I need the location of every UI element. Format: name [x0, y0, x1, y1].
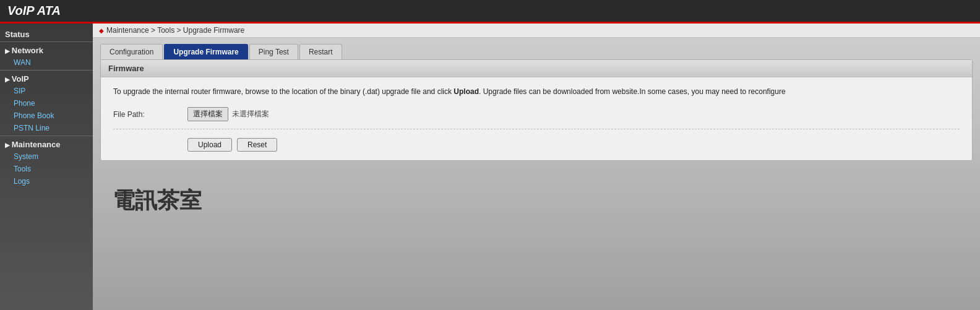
firmware-description: To upgrade the internal router firmware,…	[113, 86, 960, 97]
sidebar-item-wan[interactable]: WAN	[0, 56, 93, 69]
breadcrumb-diamond: ◆	[99, 27, 104, 34]
sidebar-voip[interactable]: VoIP	[0, 72, 93, 85]
file-input-display: 選擇檔案 未選擇檔案	[187, 107, 269, 121]
main-content: ◆ Maintenance > Tools > Upgrade Firmware…	[93, 24, 980, 310]
sidebar-item-tools[interactable]: Tools	[0, 163, 93, 175]
sidebar: Status Network WAN VoIP SIP Phone Phone …	[0, 24, 93, 310]
sidebar-divider-3	[0, 136, 93, 136]
watermark-area: 電訊茶室	[100, 173, 973, 228]
upload-word: Upload	[453, 87, 479, 96]
reset-button[interactable]: Reset	[237, 138, 277, 152]
sidebar-item-phone[interactable]: Phone	[0, 97, 93, 110]
tab-bar: Configuration Upgrade Firmware Ping Test…	[100, 44, 973, 59]
main-layout: Status Network WAN VoIP SIP Phone Phone …	[0, 24, 980, 310]
upload-button[interactable]: Upload	[187, 138, 232, 152]
watermark-text: 電訊茶室	[113, 186, 960, 216]
sidebar-status[interactable]: Status	[0, 27, 93, 40]
sidebar-item-system[interactable]: System	[0, 150, 93, 163]
file-path-row: File Path: 選擇檔案 未選擇檔案	[113, 107, 960, 121]
panel-header: Firmware	[101, 60, 972, 77]
tab-configuration[interactable]: Configuration	[100, 44, 163, 59]
breadcrumb: ◆ Maintenance > Tools > Upgrade Firmware	[93, 24, 980, 38]
sidebar-item-sip[interactable]: SIP	[0, 85, 93, 97]
tab-upgrade-firmware[interactable]: Upgrade Firmware	[164, 44, 247, 59]
breadcrumb-text: Maintenance > Tools > Upgrade Firmware	[106, 26, 244, 35]
sidebar-network[interactable]: Network	[0, 43, 93, 56]
file-path-label: File Path:	[113, 110, 187, 119]
desc-prefix: To upgrade the internal router firmware,…	[113, 87, 453, 96]
sidebar-item-logs[interactable]: Logs	[0, 175, 93, 187]
sidebar-divider-2	[0, 70, 93, 71]
tab-ping-test[interactable]: Ping Test	[249, 44, 298, 59]
separator-line	[113, 129, 960, 129]
tab-restart[interactable]: Restart	[299, 44, 342, 59]
desc-suffix: . Upgrade files can be downloaded from w…	[479, 87, 786, 96]
sidebar-item-pstn[interactable]: PSTN Line	[0, 122, 93, 134]
content-area: Configuration Upgrade Firmware Ping Test…	[93, 38, 980, 310]
sidebar-divider-1	[0, 41, 93, 42]
firmware-panel: Firmware To upgrade the internal router …	[100, 59, 973, 161]
file-no-select-label: 未選擇檔案	[232, 109, 269, 119]
panel-body: To upgrade the internal router firmware,…	[101, 77, 972, 160]
sidebar-maintenance[interactable]: Maintenance	[0, 137, 93, 150]
file-choose-button[interactable]: 選擇檔案	[187, 107, 228, 121]
app-title: VoIP ATA	[7, 4, 61, 18]
sidebar-item-phonebook[interactable]: Phone Book	[0, 110, 93, 122]
action-row: Upload Reset	[113, 138, 960, 152]
app-header: VoIP ATA	[0, 0, 980, 24]
